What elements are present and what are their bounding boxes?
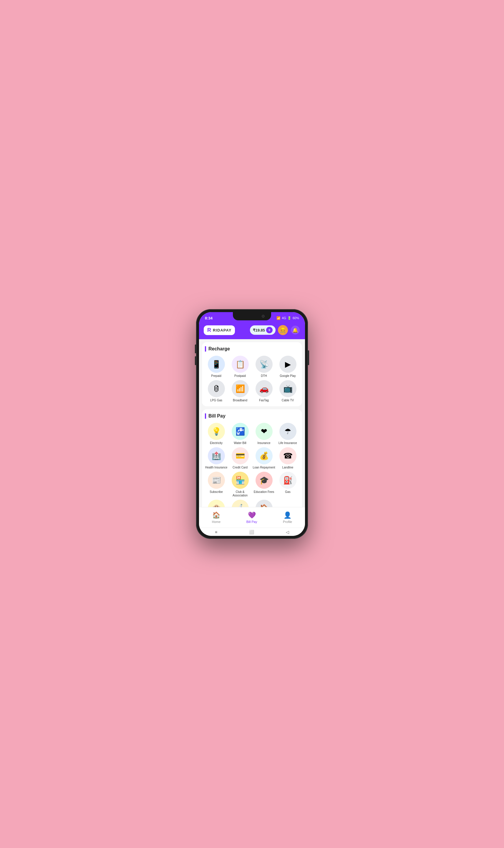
recharge-title: Recharge bbox=[205, 346, 299, 351]
billpay-label: Landline bbox=[282, 466, 293, 469]
power-button bbox=[308, 350, 309, 365]
billpay-item-life-insurance[interactable]: ☂ Life Insurance bbox=[276, 423, 299, 445]
status-icons: 📶 4G 🔋 60% bbox=[276, 316, 299, 320]
recharge-item-google-play[interactable]: ▶ Google Play bbox=[276, 356, 299, 378]
billpay-label: Subscribe bbox=[210, 490, 222, 494]
balance-display[interactable]: ₹19.85 + bbox=[250, 325, 275, 335]
billpay-item-electricity[interactable]: 💡 Electricity bbox=[205, 423, 228, 445]
recharge-item-cable-tv[interactable]: 📺 Cable TV bbox=[276, 380, 299, 402]
recharge-item-broadband[interactable]: 📶 Broadband bbox=[229, 380, 251, 402]
recharge-icon: 📱 bbox=[208, 356, 225, 373]
billpay-icon: 🏪 bbox=[232, 472, 249, 489]
billpay-item-landline[interactable]: ☎ Landline bbox=[276, 447, 299, 469]
recharge-item-prepaid[interactable]: 📱 Prepaid bbox=[205, 356, 228, 378]
billpay-label: Insurance bbox=[257, 441, 271, 445]
billpay-item-insurance[interactable]: ❤ Insurance bbox=[253, 423, 275, 445]
billpay-item-hospital---pathology[interactable]: 🔬 Hospital & Pathology bbox=[229, 500, 251, 507]
balance-amount: ₹19.85 bbox=[253, 328, 265, 332]
nav-icon: 💜 bbox=[248, 511, 256, 519]
billpay-icon: ❤ bbox=[255, 423, 273, 440]
logo-r-icon: R bbox=[207, 327, 211, 333]
billpay-item-health-insurance[interactable]: 🏥 Health Insurance bbox=[205, 447, 228, 469]
notification-bell-button[interactable]: 🔔 bbox=[290, 325, 300, 335]
recharge-icon: 📺 bbox=[280, 380, 296, 397]
billpay-icon: ☎ bbox=[280, 447, 296, 464]
billpay-label: Loan Repayment bbox=[253, 466, 275, 469]
billpay-item-water-bill[interactable]: 🚰 Water Bill bbox=[229, 423, 251, 445]
bill-pay-section: Bill Pay 💡 Electricity 🚰 Water Bill ❤ In… bbox=[202, 409, 302, 507]
logo-text: RIDAPAY bbox=[213, 328, 231, 332]
recharge-item-postpaid[interactable]: 📋 Postpaid bbox=[229, 356, 251, 378]
nav-item-home[interactable]: 🏠 Home bbox=[212, 511, 220, 524]
billpay-icon: 📰 bbox=[208, 472, 225, 489]
billpay-item-subscribe[interactable]: 📰 Subscribe bbox=[205, 472, 228, 497]
nav-label: Home bbox=[212, 520, 220, 524]
recharge-label: FasTag bbox=[259, 399, 269, 402]
billpay-label: Education Fees bbox=[254, 490, 274, 494]
logo[interactable]: R RIDAPAY bbox=[204, 325, 235, 335]
recharge-icon: 🚗 bbox=[255, 380, 273, 397]
recharge-label: Cable TV bbox=[282, 399, 294, 402]
billpay-item-gas[interactable]: ⛽ Gas bbox=[276, 472, 299, 497]
recharge-icon: 📡 bbox=[255, 356, 273, 373]
billpay-label: Electricity bbox=[210, 441, 222, 445]
bill-pay-grid: 💡 Electricity 🚰 Water Bill ❤ Insurance ☂… bbox=[205, 423, 299, 507]
phone-notch bbox=[233, 312, 271, 320]
nav-label: Profile bbox=[283, 520, 292, 524]
nav-icon: 🏠 bbox=[212, 511, 220, 519]
billpay-item-loan-repayment[interactable]: 💰 Loan Repayment bbox=[253, 447, 275, 469]
header-actions: ₹19.85 + 👷 🔔 bbox=[250, 325, 300, 335]
recharge-label: DTH bbox=[261, 374, 267, 378]
recharge-icon: 🛢 bbox=[208, 380, 225, 397]
billpay-item-housing-society[interactable]: 🏠 Housing Society bbox=[253, 500, 275, 507]
app-header: R RIDAPAY ₹19.85 + 👷 🔔 bbox=[199, 323, 305, 339]
recharge-label: LPG Gas bbox=[210, 399, 222, 402]
billpay-item-education-fees[interactable]: 🎓 Education Fees bbox=[253, 472, 275, 497]
billpay-icon: 🎓 bbox=[255, 472, 273, 489]
android-system-bar: ≡ ⬜ ◁ bbox=[199, 528, 305, 536]
home-button[interactable]: ⬜ bbox=[249, 530, 254, 535]
recharge-item-fastag[interactable]: 🚗 FasTag bbox=[253, 380, 275, 402]
recharge-label: Postpaid bbox=[234, 374, 246, 378]
main-content: Recharge 📱 Prepaid 📋 Postpaid 📡 DTH ▶ Go… bbox=[199, 339, 305, 507]
billpay-icon: 🏥 bbox=[208, 447, 225, 464]
billpay-icon: 🏨 bbox=[208, 500, 225, 507]
billpay-icon: 💰 bbox=[255, 447, 273, 464]
network-type: 4G bbox=[282, 316, 286, 320]
volume-down-button bbox=[195, 356, 196, 365]
billpay-icon: ⛽ bbox=[280, 472, 296, 489]
billpay-label: Life Insurance bbox=[278, 441, 297, 445]
recharge-icon: ▶ bbox=[280, 356, 296, 373]
billpay-icon: 💡 bbox=[208, 423, 225, 440]
nav-icon: 👤 bbox=[284, 511, 291, 519]
recharge-item-lpg-gas[interactable]: 🛢 LPG Gas bbox=[205, 380, 228, 402]
recharge-label: Google Play bbox=[280, 374, 295, 378]
billpay-icon: 💳 bbox=[232, 447, 249, 464]
phone-screen: 8:34 📶 4G 🔋 60% R RIDAPAY ₹19.85 + 👷 🔔 bbox=[199, 312, 305, 536]
billpay-icon: 🔬 bbox=[232, 500, 249, 507]
volume-up-button bbox=[195, 344, 196, 353]
recharge-item-dth[interactable]: 📡 DTH bbox=[253, 356, 275, 378]
menu-button[interactable]: ≡ bbox=[215, 530, 217, 535]
billpay-label: Credit Card bbox=[233, 466, 248, 469]
recharge-icon: 📶 bbox=[232, 380, 249, 397]
back-button[interactable]: ◁ bbox=[286, 530, 289, 535]
billpay-label: Water Bill bbox=[234, 441, 246, 445]
bill-pay-title: Bill Pay bbox=[205, 413, 299, 419]
billpay-item-club---association[interactable]: 🏪 Club & Association bbox=[229, 472, 251, 497]
battery-level: 60% bbox=[293, 316, 299, 320]
signal-icon: 📶 bbox=[276, 316, 281, 320]
user-avatar[interactable]: 👷 bbox=[278, 325, 288, 335]
recharge-label: Prepaid bbox=[211, 374, 221, 378]
add-money-button[interactable]: + bbox=[266, 327, 273, 333]
status-time: 8:34 bbox=[205, 316, 213, 320]
nav-item-bill-pay[interactable]: 💜 Bill Pay bbox=[247, 511, 257, 524]
recharge-label: Broadband bbox=[233, 399, 247, 402]
nav-item-profile[interactable]: 👤 Profile bbox=[283, 511, 292, 524]
bottom-navigation: 🏠 Home 💜 Bill Pay 👤 Profile bbox=[199, 507, 305, 528]
billpay-icon: 🏠 bbox=[255, 500, 273, 507]
billpay-item-hospital[interactable]: 🏨 Hospital bbox=[205, 500, 228, 507]
billpay-item-credit-card[interactable]: 💳 Credit Card bbox=[229, 447, 251, 469]
recharge-icon: 📋 bbox=[232, 356, 249, 373]
camera bbox=[262, 315, 265, 318]
